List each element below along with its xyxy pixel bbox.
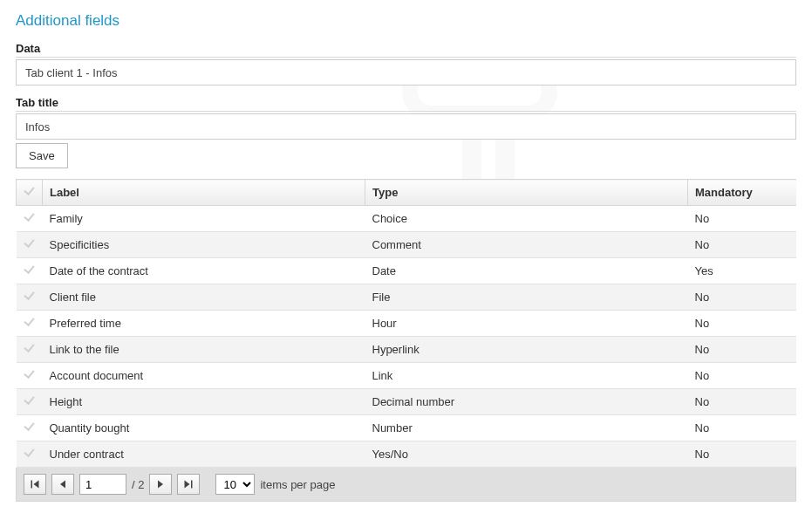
svg-marker-5 (60, 481, 65, 489)
row-check-cell[interactable] (17, 389, 43, 415)
row-mandatory: No (688, 337, 797, 363)
pager-items-label: items per page (260, 478, 335, 491)
row-label: Date of the contract (43, 258, 365, 284)
row-label: Preferred time (43, 311, 365, 337)
table-header-row: Label Type Mandatory (17, 180, 797, 206)
row-check-cell[interactable] (17, 441, 43, 468)
row-type: File (365, 284, 688, 311)
check-icon (24, 263, 36, 276)
save-button[interactable]: Save (16, 143, 68, 168)
svg-marker-6 (158, 481, 163, 489)
row-check-cell[interactable] (17, 258, 43, 284)
pager-prev-button[interactable] (51, 474, 74, 495)
row-type: Decimal number (365, 389, 688, 415)
pager-total: / 2 (132, 478, 144, 491)
row-label: Specificities (43, 232, 365, 258)
check-icon (24, 394, 36, 407)
first-page-icon (30, 479, 40, 489)
chevron-right-icon (155, 479, 166, 489)
header-label[interactable]: Label (43, 180, 365, 206)
row-check-cell[interactable] (17, 415, 43, 441)
tab-title-input[interactable] (16, 113, 796, 140)
table-row[interactable]: Preferred timeHourNo (17, 311, 797, 337)
pager-last-button[interactable] (177, 474, 200, 495)
pager-next-button[interactable] (149, 474, 172, 495)
row-type: Hour (365, 311, 688, 337)
row-mandatory: No (688, 363, 797, 389)
table-row[interactable]: Client fileFileNo (17, 284, 797, 311)
row-type: Choice (365, 206, 688, 232)
chevron-left-icon (58, 479, 68, 489)
row-label: Family (43, 206, 365, 232)
svg-marker-4 (34, 481, 39, 489)
table-row[interactable]: Date of the contractDateYes (17, 258, 797, 284)
row-type: Yes/No (365, 441, 688, 468)
pager-size-select[interactable]: 10 (215, 474, 255, 495)
table-row[interactable]: Quantity boughtNumberNo (17, 415, 797, 441)
pager: / 2 10 items per page (16, 468, 796, 502)
pager-page-input[interactable] (79, 474, 126, 495)
row-mandatory: No (688, 284, 797, 311)
row-mandatory: No (688, 389, 797, 415)
check-icon (24, 342, 36, 354)
table-row[interactable]: Account documentLinkNo (17, 363, 797, 389)
svg-rect-3 (31, 481, 33, 489)
row-type: Date (365, 258, 688, 284)
row-type: Link (365, 363, 688, 389)
check-icon (24, 316, 36, 328)
divider (16, 57, 796, 58)
table-row[interactable]: FamilyChoiceNo (17, 206, 797, 232)
section-title: Additional fields (16, 12, 796, 30)
row-mandatory: No (688, 206, 797, 232)
row-label: Client file (43, 284, 365, 311)
header-mandatory[interactable]: Mandatory (688, 180, 797, 206)
row-type: Comment (365, 232, 688, 258)
row-type: Hyperlink (365, 337, 688, 363)
row-mandatory: Yes (688, 258, 797, 284)
check-icon (24, 211, 36, 223)
check-icon (24, 421, 36, 433)
check-icon (24, 185, 36, 197)
tab-title-label: Tab title (16, 96, 796, 109)
svg-marker-7 (185, 481, 190, 489)
row-label: Link to the file (43, 337, 365, 363)
row-type: Number (365, 415, 688, 441)
row-check-cell[interactable] (17, 337, 43, 363)
svg-rect-8 (191, 481, 193, 489)
divider (16, 111, 796, 112)
table-row[interactable]: HeightDecimal numberNo (17, 389, 797, 415)
row-check-cell[interactable] (17, 232, 43, 258)
header-type[interactable]: Type (365, 180, 688, 206)
row-label: Under contract (43, 441, 365, 468)
table-row[interactable]: Link to the fileHyperlinkNo (17, 337, 797, 363)
row-label: Quantity bought (43, 415, 365, 441)
check-icon (24, 290, 36, 302)
data-field-label: Data (16, 42, 796, 55)
row-mandatory: No (688, 441, 797, 468)
data-input[interactable] (16, 59, 796, 86)
pager-first-button[interactable] (24, 474, 46, 495)
row-check-cell[interactable] (17, 363, 43, 389)
header-check[interactable] (17, 180, 43, 206)
row-label: Height (43, 389, 365, 415)
row-mandatory: No (688, 415, 797, 441)
row-check-cell[interactable] (17, 311, 43, 337)
row-label: Account document (43, 363, 365, 389)
check-icon (24, 447, 36, 459)
row-check-cell[interactable] (17, 284, 43, 311)
row-mandatory: No (688, 311, 797, 337)
table-row[interactable]: SpecificitiesCommentNo (17, 232, 797, 258)
table-row[interactable]: Under contractYes/NoNo (17, 441, 797, 468)
last-page-icon (183, 479, 194, 489)
row-mandatory: No (688, 232, 797, 258)
check-icon (24, 368, 36, 380)
row-check-cell[interactable] (17, 206, 43, 232)
check-icon (24, 237, 36, 250)
fields-table: Label Type Mandatory FamilyChoiceNoSpeci… (16, 179, 796, 468)
